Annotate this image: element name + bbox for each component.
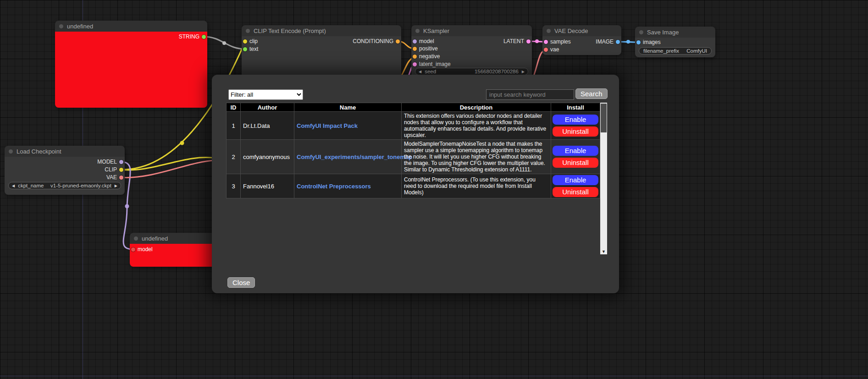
input-slot-vae[interactable]	[544, 48, 548, 52]
output-slot-model[interactable]	[119, 160, 123, 164]
node-load-checkpoint[interactable]: Load Checkpoint MODEL CLIP VAE ◀ ckpt_na…	[5, 146, 125, 195]
node-undefined-top[interactable]: undefined STRING	[55, 21, 207, 108]
slot-label: model	[138, 246, 153, 253]
collapse-dot-icon[interactable]	[639, 30, 643, 34]
wire-dot-clip	[180, 141, 184, 145]
node-title: undefined	[142, 235, 168, 242]
header-author: Author	[241, 103, 294, 112]
output-slot-vae[interactable]	[119, 176, 123, 180]
node-body	[55, 32, 207, 108]
node-header[interactable]: Load Checkpoint	[5, 146, 125, 157]
widget-label: seed	[425, 69, 436, 74]
slot-label: CONDITIONING	[353, 38, 393, 44]
scrollbar-thumb[interactable]	[601, 104, 607, 132]
slot-label: vae	[550, 46, 559, 53]
comfyui-canvas[interactable]: undefined STRING CLIP Text Encode (Promp…	[0, 0, 868, 379]
node-header[interactable]: VAE Decode	[542, 25, 621, 36]
cell-id: 1	[227, 112, 241, 140]
cell-author: Dr.Lt.Data	[241, 112, 294, 140]
extension-name-link[interactable]: ControlNet Preprocessors	[297, 183, 371, 190]
cell-description: This extension offers various detector n…	[402, 112, 551, 140]
cell-author: comfyanonymous	[241, 140, 294, 174]
slot-label: positive	[419, 45, 438, 52]
next-arrow-icon[interactable]: ▶	[115, 184, 117, 188]
seed-widget[interactable]: ◀ seed 156680208700286 ▶	[415, 68, 528, 75]
node-header[interactable]: undefined	[55, 21, 207, 32]
node-title: Load Checkpoint	[17, 148, 61, 155]
node-title: Save Image	[647, 29, 679, 36]
slot-label: LATENT	[503, 38, 524, 44]
collapse-dot-icon[interactable]	[547, 29, 551, 33]
search-input[interactable]	[486, 89, 574, 100]
node-header[interactable]: undefined	[130, 233, 221, 244]
input-slot-latent-image[interactable]	[413, 62, 417, 66]
table-row: 1 Dr.Lt.Data ComfyUI Impact Pack This ex…	[227, 112, 600, 140]
widget-label: ckpt_name	[18, 183, 44, 188]
list-scrollbar[interactable]: ▼	[600, 103, 607, 254]
node-header[interactable]: Save Image	[635, 27, 715, 38]
node-undefined-bottom[interactable]: undefined model	[130, 233, 221, 267]
slot-label: MODEL	[97, 159, 117, 165]
input-slot-negative[interactable]	[413, 55, 417, 59]
widget-value: 156680208700286	[475, 69, 519, 74]
slot-label: text	[249, 46, 258, 52]
cell-id: 3	[227, 174, 241, 198]
slot-label: negative	[419, 53, 440, 60]
collapse-dot-icon[interactable]	[9, 149, 13, 154]
node-header[interactable]: KSampler	[411, 25, 532, 36]
input-slot-text[interactable]	[243, 47, 247, 51]
scroll-down-icon[interactable]: ▼	[600, 249, 607, 254]
output-slot-conditioning[interactable]	[396, 39, 400, 44]
output-slot-clip[interactable]	[119, 168, 123, 172]
node-title: VAE Decode	[554, 27, 588, 34]
uninstall-button[interactable]: Uninstall	[553, 126, 598, 137]
extension-name-link[interactable]: ComfyUI Impact Pack	[297, 122, 358, 129]
search-button[interactable]: Search	[575, 88, 608, 99]
increment-arrow-icon[interactable]: ▶	[522, 70, 525, 74]
prev-arrow-icon[interactable]: ◀	[12, 184, 15, 188]
wire-dot-model	[125, 204, 129, 209]
cell-description: ModelSamplerTonemapNoiseTest a node that…	[402, 140, 551, 174]
header-id: ID	[227, 103, 241, 112]
header-name: Name	[294, 103, 402, 112]
node-vae-decode[interactable]: VAE Decode samples vae IMAGE	[542, 25, 621, 55]
uninstall-button[interactable]: Uninstall	[553, 158, 598, 168]
collapse-dot-icon[interactable]	[415, 29, 420, 33]
enable-button[interactable]: Enable	[553, 115, 598, 125]
table-row: 3 Fannovel16 ControlNet Preprocessors Co…	[227, 174, 600, 198]
wire-dot-string	[222, 41, 226, 45]
filename-prefix-widget[interactable]: filename_prefix ComfyUI	[639, 47, 712, 55]
node-save-image[interactable]: Save Image images filename_prefix ComfyU…	[635, 27, 715, 57]
node-ksampler[interactable]: KSampler model positive negative latent_…	[411, 25, 532, 78]
table-row: 2 comfyanonymous ComfyUI_experiments/sam…	[227, 140, 600, 174]
node-title: KSampler	[423, 27, 449, 34]
table-header-row: ID Author Name Description Install	[227, 103, 600, 112]
input-slot-images[interactable]	[636, 40, 641, 44]
input-slot-positive[interactable]	[413, 47, 417, 51]
extension-name-link[interactable]: ComfyUI_experiments/sampler_tonemap	[297, 154, 412, 160]
input-slot-model[interactable]	[131, 247, 135, 252]
output-slot-latent[interactable]	[526, 39, 531, 44]
slot-label: images	[643, 39, 661, 45]
collapse-dot-icon[interactable]	[246, 29, 250, 33]
output-slot-image[interactable]	[616, 40, 620, 44]
output-slot-string[interactable]	[202, 35, 206, 39]
ckpt-name-widget[interactable]: ◀ ckpt_name v1-5-pruned-emaonly.ckpt ▶	[8, 182, 121, 189]
node-title: undefined	[67, 23, 93, 30]
filter-select[interactable]: Filter: all	[228, 89, 303, 100]
slot-label: STRING	[179, 33, 199, 40]
wire-dot-latent	[535, 39, 539, 43]
decrement-arrow-icon[interactable]: ◀	[419, 70, 421, 74]
node-header[interactable]: CLIP Text Encode (Prompt)	[242, 25, 401, 36]
extension-list: ID Author Name Description Install 1 Dr.…	[226, 103, 607, 254]
extension-table: ID Author Name Description Install 1 Dr.…	[226, 103, 600, 198]
uninstall-button[interactable]: Uninstall	[553, 187, 598, 197]
enable-button[interactable]: Enable	[553, 146, 598, 156]
cell-description: ControlNet Preprocessors. (To use this e…	[402, 174, 551, 198]
widget-label: filename_prefix	[643, 48, 679, 54]
collapse-dot-icon[interactable]	[59, 24, 63, 28]
close-button[interactable]: Close	[227, 277, 255, 288]
collapse-dot-icon[interactable]	[134, 236, 138, 241]
enable-button[interactable]: Enable	[553, 175, 598, 185]
custom-nodes-dialog: Filter: all Search ID Author Name Descri…	[212, 75, 619, 293]
